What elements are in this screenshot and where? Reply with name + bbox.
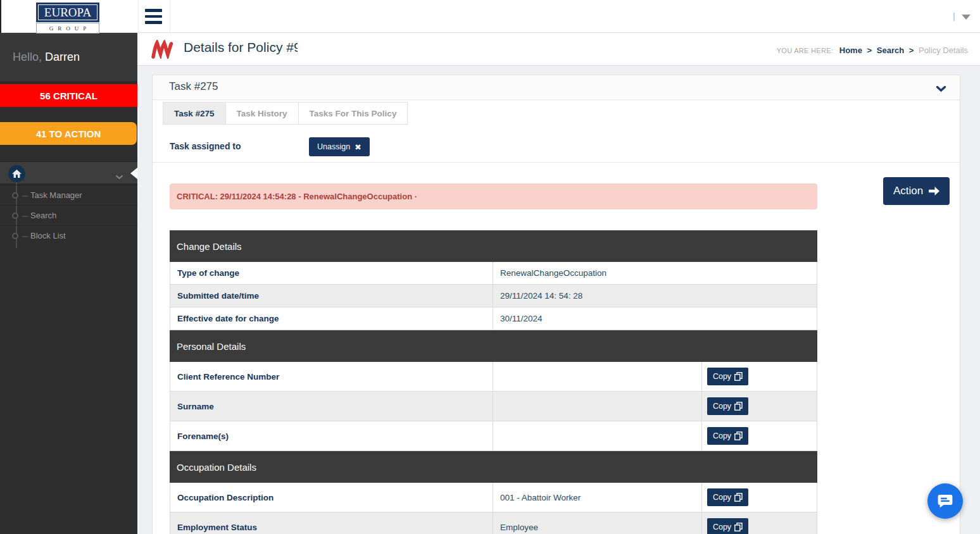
- breadcrumb: YOU ARE HERE: Home > Search > Policy Det…: [777, 46, 968, 55]
- critical-alert-banner: CRITICAL: 29/11/2024 14:54:28 - RenewalC…: [170, 183, 817, 209]
- top-bar: EUROPA GROUP: [0, 0, 980, 33]
- europa-group-logo: EUROPA GROUP: [36, 3, 99, 34]
- chat-bubble-icon: [937, 494, 953, 509]
- row-value: 30/11/2024: [493, 307, 817, 330]
- sidebar-greeting: Hello, Darren: [0, 33, 137, 82]
- sidebar-item-home[interactable]: [0, 161, 137, 184]
- breadcrumb-link-home[interactable]: Home: [839, 46, 862, 55]
- table-row: Occupation Description 001 - Abattoir Wo…: [170, 483, 817, 512]
- table-row: Type of change RenewalChangeOccupation: [170, 262, 817, 285]
- breadcrumb-separator: >: [909, 46, 914, 55]
- collapse-chevron-down-icon[interactable]: [936, 84, 946, 95]
- row-value: RenewalChangeOccupation: [493, 262, 817, 284]
- action-button[interactable]: Action: [883, 177, 950, 205]
- to-action-count-badge[interactable]: 41 TO ACTION: [0, 122, 137, 145]
- copy-button-label: Copy: [713, 402, 731, 411]
- sidebar-menu: Task Manager Search Block List: [0, 185, 137, 245]
- tab-task-history[interactable]: Task History: [226, 102, 299, 125]
- tab-tasks-for-this-policy[interactable]: Tasks For This Policy: [299, 102, 408, 125]
- policy-details-table: Change Details Type of change RenewalCha…: [170, 230, 817, 534]
- brand-m-icon: [151, 40, 173, 61]
- task-panel: Task #275 Task #275 Task History Tasks F…: [152, 75, 960, 534]
- copy-icon: [734, 402, 743, 411]
- topbar-divider: [170, 0, 170, 33]
- main-content-area: Task #275 Task #275 Task History Tasks F…: [137, 66, 980, 534]
- active-item-arrow: [130, 168, 137, 179]
- unassign-button[interactable]: Unassign ✖: [309, 137, 370, 156]
- copy-cell: Copy: [701, 362, 817, 391]
- sidebar-item-block-list[interactable]: Block List: [0, 225, 137, 245]
- cursor-marker: [953, 13, 955, 21]
- row-value: 29/11/2024 14: 54: 28: [493, 285, 817, 307]
- breadcrumb-link-search[interactable]: Search: [877, 46, 904, 55]
- copy-button-label: Copy: [713, 372, 731, 381]
- topbar-divider: [138, 0, 139, 33]
- table-row: Submitted date/time 29/11/2024 14: 54: 2…: [170, 285, 817, 307]
- copy-icon: [734, 432, 743, 440]
- tree-dash: [22, 196, 28, 197]
- page-header-bar: Details for Policy #9 YOU ARE HERE: Home…: [137, 33, 980, 66]
- logo-group-text: GROUP: [36, 23, 99, 34]
- task-tabs: Task #275 Task History Tasks For This Po…: [163, 102, 408, 125]
- tree-bullet-icon: [12, 192, 18, 199]
- greeting-username: Darren: [45, 51, 80, 63]
- copy-icon: [734, 523, 743, 531]
- section-header-personal-details: Personal Details: [170, 330, 817, 362]
- section-header-occupation-details: Occupation Details: [170, 451, 817, 483]
- task-assigned-label: Task assigned to: [170, 141, 241, 151]
- arrow-right-icon: [929, 187, 939, 196]
- hamburger-menu-icon[interactable]: [145, 9, 162, 24]
- critical-count-badge[interactable]: 56 CRITICAL: [0, 84, 137, 107]
- row-value: [493, 392, 701, 421]
- sidebar: Hello, Darren 56 CRITICAL 41 TO ACTION T…: [0, 33, 137, 534]
- copy-button[interactable]: Copy: [707, 427, 748, 445]
- copy-button[interactable]: Copy: [707, 368, 748, 385]
- row-value: Employee: [493, 512, 701, 534]
- row-label: Effective date for change: [170, 307, 493, 330]
- tree-bullet-icon: [12, 213, 18, 219]
- sidebar-item-search[interactable]: Search: [0, 205, 137, 225]
- row-label: Forename(s): [170, 421, 493, 450]
- table-row: Employment Status Employee Copy: [170, 512, 817, 534]
- logo-europa-text: EUROPA: [36, 3, 99, 22]
- row-value: 001 - Abattoir Worker: [493, 483, 701, 512]
- copy-button-label: Copy: [713, 523, 731, 531]
- page-title: Details for Policy #9: [184, 40, 298, 55]
- tab-task-275[interactable]: Task #275: [163, 102, 226, 125]
- row-label: Occupation Description: [170, 483, 493, 512]
- breadcrumb-prefix: YOU ARE HERE:: [777, 47, 833, 54]
- task-panel-title: Task #275: [169, 80, 218, 93]
- row-label: Submitted date/time: [170, 285, 493, 307]
- copy-icon: [734, 493, 743, 502]
- window-left-edge: [0, 0, 1, 33]
- row-label: Surname: [170, 392, 493, 421]
- chat-widget-button[interactable]: [927, 483, 963, 519]
- row-label: Client Reference Number: [170, 362, 493, 391]
- sidebar-item-label: Block List: [30, 231, 66, 240]
- tree-bullet-icon: [12, 233, 18, 239]
- sidebar-item-label: Search: [30, 211, 56, 220]
- copy-button[interactable]: Copy: [707, 488, 748, 506]
- tree-dash: [22, 216, 28, 217]
- user-menu-caret-icon[interactable]: [962, 15, 971, 20]
- unassign-button-label: Unassign: [317, 142, 350, 151]
- sidebar-item-label: Task Manager: [30, 190, 82, 200]
- copy-button[interactable]: Copy: [707, 397, 748, 415]
- copy-button-label: Copy: [713, 432, 731, 440]
- sidebar-item-task-manager[interactable]: Task Manager: [0, 185, 137, 205]
- chevron-down-icon: [115, 171, 123, 182]
- breadcrumb-current: Policy Details: [919, 46, 968, 55]
- table-row: Forename(s) Copy: [170, 421, 817, 451]
- greeting-prefix: Hello,: [13, 51, 42, 63]
- copy-button[interactable]: Copy: [707, 518, 748, 534]
- action-button-label: Action: [893, 185, 923, 197]
- section-header-change-details: Change Details: [170, 230, 817, 262]
- row-label: Type of change: [170, 262, 493, 284]
- redacted-policy-number: 9: [294, 40, 298, 55]
- row-value: [493, 362, 701, 391]
- task-panel-header: Task #275: [153, 75, 960, 100]
- home-icon: [8, 165, 25, 182]
- row-label: Employment Status: [170, 512, 493, 534]
- table-row: Surname Copy: [170, 392, 817, 421]
- copy-button-label: Copy: [713, 493, 731, 502]
